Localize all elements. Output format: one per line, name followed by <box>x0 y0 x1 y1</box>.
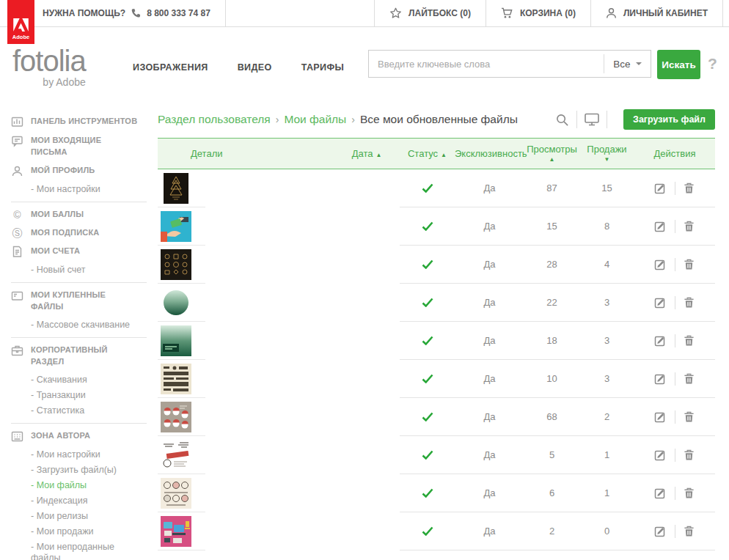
sidebar-item-dashboard[interactable]: ПАНЕЛЬ ИНСТРУМЕНТОВ <box>11 116 155 128</box>
edit-icon <box>654 296 667 309</box>
search-filter-dropdown[interactable]: Все <box>604 54 651 73</box>
sidebar-subitem-downloads[interactable]: - Скачивания <box>31 375 155 386</box>
fotolia-logo[interactable]: fotolia by Adobe <box>12 46 86 88</box>
exclusivity-cell: Да <box>455 169 524 207</box>
account-button[interactable]: ЛИЧНЫЙ КАБИНЕТ <box>590 0 723 26</box>
delete-button[interactable] <box>680 297 699 309</box>
status-ok-icon <box>422 374 433 383</box>
search-help-button[interactable]: ? <box>708 55 717 73</box>
table-row: Да 87 15 <box>158 169 715 207</box>
sidebar-subitem-my-settings[interactable]: - Мои настройки <box>31 184 155 195</box>
actions-cell <box>634 512 715 550</box>
edit-button[interactable] <box>651 372 670 385</box>
delete-button[interactable] <box>680 526 699 537</box>
trash-icon <box>684 297 695 309</box>
sidebar-item-profile[interactable]: МОЙ ПРОФИЛЬ <box>11 165 155 177</box>
adobe-wordmark: Adobe <box>12 34 29 40</box>
delete-button[interactable] <box>680 183 699 194</box>
edit-button[interactable] <box>651 258 670 270</box>
date-cell <box>334 474 400 512</box>
delete-button[interactable] <box>680 449 699 461</box>
edit-button[interactable] <box>651 487 670 499</box>
thumbnail-cell <box>158 169 205 207</box>
cart-label: КОРЗИНА (0) <box>520 8 576 18</box>
file-thumbnail[interactable] <box>161 440 191 471</box>
sidebar-item-purchased-files[interactable]: МОИ КУПЛЕННЫЕ ФАЙЛЫ <box>11 290 155 313</box>
trash-icon <box>684 487 695 499</box>
exclusivity-cell: Да <box>455 436 524 474</box>
nav-images[interactable]: ИЗОБРАЖЕНИЯ <box>133 62 208 73</box>
delete-button[interactable] <box>680 373 699 385</box>
sidebar-subitem-author-settings[interactable]: - Мои настройки <box>31 449 155 460</box>
divider <box>675 258 675 271</box>
file-thumbnail[interactable] <box>161 478 191 509</box>
help-phone[interactable]: НУЖНА ПОМОЩЬ? 8 800 333 74 87 <box>43 0 226 26</box>
upload-file-button[interactable]: Загрузить файл <box>623 109 715 130</box>
date-cell <box>334 207 400 246</box>
exclusivity-cell: Да <box>455 322 524 360</box>
sidebar-item-corporate[interactable]: КОРПОРАТИВНЫЙ РАЗДЕЛ <box>11 345 155 368</box>
sidebar-subitem-indexing[interactable]: - Индексация <box>31 495 155 506</box>
status-cell <box>400 207 455 246</box>
delete-button[interactable] <box>680 487 699 499</box>
delete-button[interactable] <box>680 411 699 423</box>
lightbox-button[interactable]: ЛАЙТБОКС (0) <box>374 0 486 26</box>
breadcrumb-my-files[interactable]: Мои файлы <box>284 113 346 126</box>
file-thumbnail[interactable] <box>161 211 191 242</box>
file-thumbnail[interactable] <box>161 364 191 394</box>
search-input[interactable] <box>369 51 604 77</box>
edit-button[interactable] <box>651 220 670 232</box>
col-status[interactable]: Статус▲ <box>400 148 455 159</box>
actions-cell <box>634 284 715 322</box>
edit-button[interactable] <box>651 449 670 461</box>
files-table: Детали Дата▲ Статус▲ Эксклюзивность Прос… <box>158 138 715 550</box>
delete-button[interactable] <box>680 259 699 270</box>
col-actions: Действия <box>634 148 715 159</box>
search-files-button[interactable] <box>555 113 569 127</box>
breadcrumb: Раздел пользователя › Мои файлы › Все мо… <box>158 108 715 131</box>
sidebar-subitem-transactions[interactable]: - Транзакции <box>31 390 155 401</box>
cart-button[interactable]: КОРЗИНА (0) <box>486 0 590 26</box>
col-views[interactable]: Просмотры▲ <box>524 144 579 163</box>
sidebar-item-invoices[interactable]: МОИ СЧЕТА <box>11 246 155 258</box>
gallery-view-button[interactable] <box>585 113 599 126</box>
delete-button[interactable] <box>680 335 699 347</box>
delete-button[interactable] <box>680 221 699 232</box>
col-date[interactable]: Дата▲ <box>334 148 400 159</box>
sidebar-subitem-my-unsold-files[interactable]: - Мои непроданные файлы <box>31 542 155 560</box>
file-thumbnail[interactable] <box>161 249 191 280</box>
copyright-icon: © <box>11 209 23 221</box>
sidebar-item-author-zone[interactable]: ЗОНА АВТОРА <box>11 430 155 443</box>
file-thumbnail[interactable] <box>161 325 191 356</box>
sidebar-subitem-statistics[interactable]: - Статистика <box>31 405 155 416</box>
file-thumbnail[interactable] <box>161 516 191 547</box>
sidebar-item-inbox[interactable]: МОИ ВХОДЯЩИЕ ПИСЬМА <box>11 135 155 158</box>
adobe-logo[interactable]: Adobe <box>7 0 34 44</box>
edit-button[interactable] <box>651 525 670 537</box>
sidebar-subitem-my-sales[interactable]: - Мои продажи <box>31 526 155 537</box>
nav-pricing[interactable]: ТАРИФЫ <box>301 62 345 73</box>
sidebar-subitem-my-releases[interactable]: - Мои релизы <box>31 511 155 522</box>
nav-video[interactable]: ВИДЕО <box>238 62 272 73</box>
edit-button[interactable] <box>651 296 670 309</box>
file-thumbnail[interactable] <box>161 287 191 318</box>
table-row: Да 10 3 <box>158 360 715 398</box>
breadcrumb-user-section[interactable]: Раздел пользователя <box>158 113 271 126</box>
edit-button[interactable] <box>651 182 670 194</box>
user-icon <box>11 165 23 177</box>
edit-button[interactable] <box>651 410 670 423</box>
sort-asc-icon: ▲ <box>441 152 447 158</box>
thumbnail-cell <box>158 360 205 398</box>
sidebar-subitem-upload-files[interactable]: - Загрузить файл(ы) <box>31 465 155 476</box>
file-thumbnail[interactable] <box>161 402 191 432</box>
search-button[interactable]: Искать <box>657 50 700 79</box>
edit-button[interactable] <box>651 334 670 347</box>
sidebar-subitem-new-invoice[interactable]: - Новый счет <box>31 265 155 276</box>
sidebar-item-subscription[interactable]: Ⓢ МОЯ ПОДПИСКА <box>11 227 155 239</box>
sidebar-item-points[interactable]: © МОИ БАЛЛЫ <box>11 209 155 221</box>
sidebar-subitem-bulk-download[interactable]: - Массовое скачивание <box>31 320 155 331</box>
col-sales[interactable]: Продажи▼ <box>579 144 634 163</box>
file-thumbnail[interactable] <box>164 173 188 204</box>
sidebar-subitem-my-files[interactable]: - Мои файлы <box>31 480 155 491</box>
divider <box>675 182 675 195</box>
